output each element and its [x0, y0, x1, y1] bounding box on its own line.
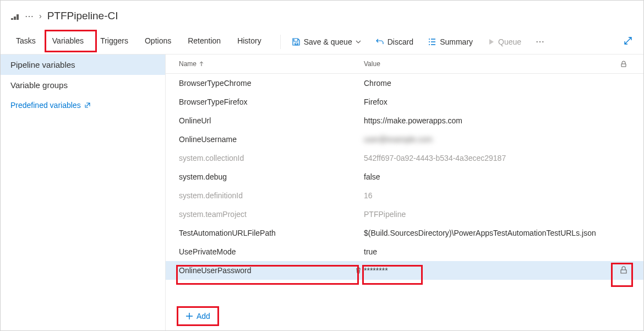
- var-value[interactable]: $(Build.SourcesDirectory)\PowerAppsTestA…: [364, 229, 596, 237]
- var-name[interactable]: system.debug: [179, 172, 364, 181]
- var-value[interactable]: Chrome: [364, 79, 391, 88]
- main: Name Value BrowserTypeChrome Chrome Brow…: [166, 55, 643, 331]
- list-icon: [428, 37, 436, 46]
- sidebar-predefined-link[interactable]: Predefined variables: [1, 95, 165, 115]
- chevron-down-icon: [356, 39, 361, 45]
- table-row[interactable]: OnlineUrl https://make.powerapps.com: [166, 111, 643, 130]
- sidebar-item-pipeline-variables[interactable]: Pipeline variables: [1, 55, 165, 75]
- queue-button: Queue: [484, 35, 525, 48]
- var-value[interactable]: true: [364, 247, 377, 256]
- svg-rect-1: [14, 17, 16, 20]
- undo-icon: [375, 37, 384, 46]
- var-name[interactable]: OnlineUserPassword: [179, 266, 353, 275]
- var-name[interactable]: BrowserTypeChrome: [179, 79, 364, 88]
- sidebar-item-variable-groups[interactable]: Variable groups: [1, 75, 165, 95]
- fullscreen-button[interactable]: [623, 35, 634, 48]
- breadcrumb: ⋯ › PTFPipeline-CI: [1, 1, 643, 29]
- var-value: 16: [364, 191, 373, 200]
- add-label: Add: [197, 312, 210, 321]
- var-name: system.collectionId: [179, 154, 364, 162]
- table-row[interactable]: TestAutomationURLFilePath $(Build.Source…: [166, 224, 643, 242]
- sort-asc-icon: [199, 61, 204, 67]
- var-value: 542ff697-0a92-4443-b534-4a3ecec29187: [364, 154, 506, 162]
- save-icon: [292, 37, 301, 46]
- sidebar: Pipeline variables Variable groups Prede…: [1, 55, 166, 331]
- var-value[interactable]: https://make.powerapps.com: [364, 116, 462, 125]
- column-header-name[interactable]: Name: [179, 60, 364, 68]
- var-name[interactable]: BrowserTypeFirefox: [179, 97, 364, 106]
- grid-footer: Add: [166, 301, 643, 331]
- summary-label: Summary: [440, 37, 473, 46]
- content: Pipeline variables Variable groups Prede…: [1, 55, 643, 331]
- queue-label: Queue: [498, 37, 521, 46]
- svg-rect-2: [17, 14, 19, 20]
- discard-label: Discard: [388, 37, 413, 46]
- predefined-label: Predefined variables: [10, 101, 81, 110]
- table-row[interactable]: OnlineUsername user@example.com: [166, 130, 643, 149]
- column-header-lock: [617, 61, 630, 67]
- summary-button[interactable]: Summary: [424, 35, 476, 48]
- var-name[interactable]: UsePrivateMode: [179, 247, 364, 256]
- save-and-queue-button[interactable]: Save & queue: [288, 35, 364, 48]
- var-name[interactable]: TestAutomationURLFilePath: [179, 229, 364, 237]
- expand-icon: [624, 36, 632, 45]
- tab-retention[interactable]: Retention: [182, 32, 226, 52]
- tab-options[interactable]: Options: [139, 32, 177, 52]
- breadcrumb-ellipsis[interactable]: ⋯: [25, 11, 34, 21]
- lock-button[interactable]: [620, 266, 627, 275]
- plus-icon: [185, 312, 193, 320]
- tab-variables[interactable]: Variables: [47, 32, 89, 52]
- add-variable-button[interactable]: Add: [179, 308, 217, 324]
- trash-icon: [354, 267, 362, 274]
- more-actions-button[interactable]: ⋯: [532, 34, 548, 49]
- table-row[interactable]: OnlineUserPassword ********: [166, 261, 643, 280]
- pipeline-icon: [10, 12, 19, 20]
- var-name: system.definitionId: [179, 191, 364, 200]
- table-row[interactable]: BrowserTypeFirefox Firefox: [166, 93, 643, 111]
- ellipsis-icon: ⋯: [536, 36, 544, 47]
- lock-icon: [620, 61, 627, 67]
- table-row: system.collectionId 542ff697-0a92-4443-b…: [166, 149, 643, 167]
- discard-button[interactable]: Discard: [372, 35, 417, 48]
- table-row[interactable]: system.debug false: [166, 167, 643, 186]
- column-header-value[interactable]: Value: [364, 60, 617, 68]
- var-name[interactable]: OnlineUrl: [179, 116, 364, 125]
- tab-tasks[interactable]: Tasks: [10, 32, 41, 52]
- svg-rect-0: [11, 18, 13, 20]
- grid-body: BrowserTypeChrome Chrome BrowserTypeFire…: [166, 74, 643, 301]
- breadcrumb-separator: ›: [39, 12, 42, 20]
- page-title: PTFPipeline-CI: [47, 10, 118, 22]
- separator: [280, 35, 281, 49]
- var-value[interactable]: Firefox: [364, 97, 388, 106]
- play-icon: [487, 38, 495, 46]
- delete-row-button[interactable]: [353, 267, 364, 274]
- grid-header: Name Value: [166, 55, 643, 74]
- var-value[interactable]: ********: [364, 266, 388, 275]
- var-value: PTFPipeline: [364, 210, 406, 219]
- table-row: system.teamProject PTFPipeline: [166, 205, 643, 224]
- table-row[interactable]: UsePrivateMode true: [166, 242, 643, 261]
- table-row: system.definitionId 16: [166, 186, 643, 205]
- lock-icon: [620, 266, 627, 274]
- table-row[interactable]: BrowserTypeChrome Chrome: [166, 74, 643, 93]
- var-value[interactable]: false: [364, 172, 380, 181]
- var-name: system.teamProject: [179, 210, 364, 219]
- tab-triggers[interactable]: Triggers: [95, 32, 134, 52]
- var-value[interactable]: user@example.com: [364, 135, 433, 144]
- external-link-icon: [84, 102, 91, 108]
- save-label: Save & queue: [304, 37, 352, 46]
- toolbar: Tasks Variables Triggers Options Retenti…: [1, 29, 643, 55]
- var-name[interactable]: OnlineUsername: [179, 135, 364, 144]
- tab-history[interactable]: History: [232, 32, 267, 52]
